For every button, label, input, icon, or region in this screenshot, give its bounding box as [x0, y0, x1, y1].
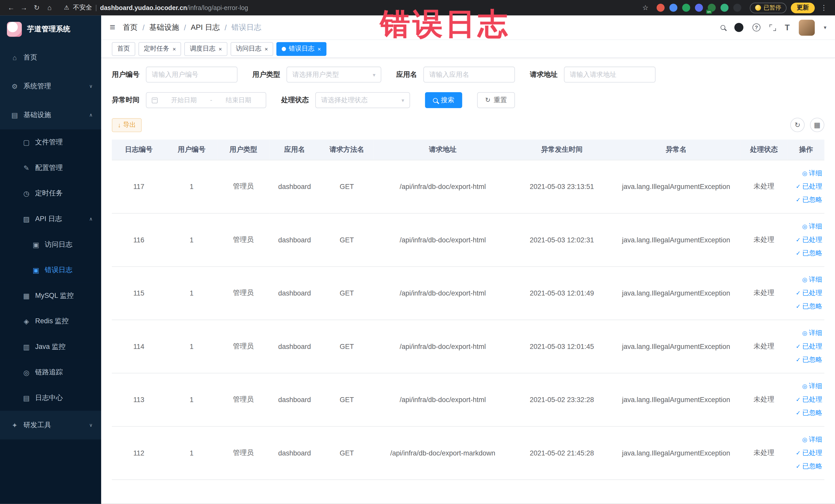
row-action-ignored[interactable]: ✓已忽略 [791, 406, 822, 420]
row-action-detail[interactable]: ◎详细 [791, 220, 822, 233]
address-bar[interactable]: ⚠ 不安全 dashboard.yudao.iocoder.cn/infra/l… [61, 2, 634, 14]
action-label: 已处理 [802, 233, 822, 246]
row-action-detail[interactable]: ◎详细 [791, 380, 822, 393]
user-type-select[interactable]: 请选择用户类型 ▾ [286, 66, 381, 82]
row-action-processed[interactable]: ✓已处理 [791, 286, 822, 300]
sidebar-item-trace[interactable]: ◎链路追踪 [0, 360, 101, 385]
sidebar-item-file[interactable]: ▢文件管理 [0, 129, 101, 155]
collapse-sidebar-icon[interactable]: ≡ [109, 22, 115, 33]
caret-down-icon[interactable]: ▾ [824, 24, 826, 30]
process-status-select[interactable]: 请选择处理状态 ▾ [315, 92, 410, 108]
row-action-processed[interactable]: ✓已处理 [791, 340, 822, 353]
breadcrumb-item[interactable]: 基础设施 [149, 23, 179, 32]
row-action-processed[interactable]: ✓已处理 [791, 393, 822, 406]
sidebar-item-job[interactable]: ◷定时任务 [0, 181, 101, 206]
refresh-icon: ↻ [485, 97, 490, 104]
fullscreen-icon[interactable] [769, 24, 776, 31]
extension-icon[interactable] [733, 4, 741, 12]
refresh-button[interactable]: ↻ [790, 118, 805, 132]
row-action-processed[interactable]: ✓已处理 [791, 233, 822, 246]
cell-time: 2021-05-02 21:45:28 [512, 426, 612, 479]
export-button[interactable]: ↓ 导出 [112, 118, 142, 132]
tab-job-log[interactable]: 调度日志× [185, 42, 227, 56]
github-icon[interactable] [734, 23, 743, 32]
cell-exception: java.lang.IllegalArgumentException [612, 426, 740, 479]
sidebar-item-label: 基础设施 [23, 110, 51, 120]
action-label: 已忽略 [802, 246, 822, 260]
sidebar-item-access-log[interactable]: ▣访问日志 [0, 231, 101, 257]
row-action-ignored[interactable]: ✓已忽略 [791, 246, 822, 260]
sidebar-item-infra[interactable]: ▤基础设施∧ [0, 101, 101, 129]
help-icon[interactable]: ? [752, 23, 760, 31]
column-header: 用户类型 [218, 140, 269, 160]
forward-icon[interactable]: → [18, 2, 30, 14]
sidebar-item-label: Java 监控 [35, 342, 65, 351]
row-action-processed[interactable]: ✓已处理 [791, 446, 822, 459]
sidebar-item-java[interactable]: ▥Java 监控 [0, 334, 101, 360]
update-button[interactable]: 更新 [791, 2, 815, 13]
sidebar-item-api-log[interactable]: ▨API 日志∧ [0, 206, 101, 232]
action-label: 已处理 [802, 393, 822, 406]
user-id-input[interactable] [146, 66, 238, 82]
extension-icon[interactable] [720, 4, 729, 12]
tab-access-log[interactable]: 访问日志× [230, 42, 273, 56]
row-action-ignored[interactable]: ✓已忽略 [791, 459, 822, 473]
close-icon[interactable]: × [265, 45, 268, 52]
sidebar-item-error-log[interactable]: ▣错误日志 [0, 257, 101, 283]
extension-icon[interactable] [682, 4, 690, 12]
extension-icon[interactable] [669, 4, 677, 12]
table-row: 1121管理员dashboardGET/api/infra/db-doc/exp… [112, 426, 824, 479]
sidebar-item-system[interactable]: ⚙系统管理∨ [0, 72, 101, 101]
filter-request-url: 请求地址 [530, 66, 656, 82]
sidebar-item-log-center[interactable]: ▤日志中心 [0, 385, 101, 411]
sidebar-item-home[interactable]: ⌂首页 [0, 43, 101, 72]
cell-user_type: 管理员 [218, 320, 269, 373]
row-action-detail[interactable]: ◎详细 [791, 326, 822, 340]
paused-badge[interactable]: 已暂停 [750, 2, 787, 13]
extension-icon[interactable] [695, 4, 703, 12]
bookmark-star-icon[interactable]: ☆ [640, 2, 651, 14]
extension-icon[interactable]: on [708, 4, 716, 12]
back-icon[interactable]: ← [5, 2, 17, 14]
column-settings-button[interactable]: ▦ [810, 118, 824, 132]
search-icon[interactable] [720, 25, 726, 30]
sidebar-item-dev-tools[interactable]: ✦研发工具∨ [0, 411, 101, 440]
action-label: 详细 [809, 166, 822, 180]
table-row: 1141管理员dashboardGET/api/infra/db-doc/exp… [112, 320, 824, 373]
search-button[interactable]: 搜索 [425, 92, 462, 108]
close-icon[interactable]: × [318, 45, 321, 52]
sidebar-item-mysql[interactable]: ▦MySQL 监控 [0, 283, 101, 309]
tab-error-log[interactable]: 错误日志× [277, 42, 326, 56]
row-action-ignored[interactable]: ✓已忽略 [791, 300, 822, 313]
sidebar-item-config[interactable]: ✎配置管理 [0, 155, 101, 181]
app-logo[interactable]: 芋道管理系统 [0, 15, 101, 43]
font-size-icon[interactable]: T [785, 23, 790, 32]
sidebar-item-redis[interactable]: ◈Redis 监控 [0, 308, 101, 334]
cell-exception: java.lang.IllegalArgumentException [612, 213, 740, 266]
browser-menu-icon[interactable]: ⋮ [818, 2, 830, 14]
row-action-detail[interactable]: ◎详细 [791, 273, 822, 286]
doc-icon: ▣ [32, 266, 40, 274]
row-action-processed[interactable]: ✓已处理 [791, 180, 822, 193]
main-area: ≡ 首页/基础设施/API 日志/错误日志 ? T ▾ 首页定时任务×调度日志×… [101, 15, 835, 504]
app-name-input[interactable] [423, 66, 515, 82]
row-action-ignored[interactable]: ✓已忽略 [791, 353, 822, 366]
reload-icon[interactable]: ↻ [31, 2, 43, 14]
close-icon[interactable]: × [172, 45, 176, 52]
breadcrumb-item[interactable]: 首页 [123, 23, 138, 32]
exception-time-range-picker[interactable]: 开始日期 - 结束日期 [146, 92, 266, 108]
request-url-input[interactable] [564, 66, 656, 82]
tab-job[interactable]: 定时任务× [138, 42, 181, 56]
extension-icon[interactable] [657, 4, 665, 12]
tab-home[interactable]: 首页 [112, 42, 135, 56]
row-action-detail[interactable]: ◎详细 [791, 433, 822, 446]
user-avatar[interactable] [799, 20, 815, 36]
row-action-ignored[interactable]: ✓已忽略 [791, 193, 822, 206]
reset-button[interactable]: ↻ 重置 [477, 92, 515, 108]
row-action-detail[interactable]: ◎详细 [791, 166, 822, 180]
breadcrumb-item[interactable]: API 日志 [191, 23, 220, 32]
home-icon[interactable]: ⌂ [44, 2, 56, 14]
close-icon[interactable]: × [219, 45, 222, 52]
extension-icons: on [657, 4, 741, 12]
table-row: 1151管理员dashboardGET/api/infra/db-doc/exp… [112, 266, 824, 319]
